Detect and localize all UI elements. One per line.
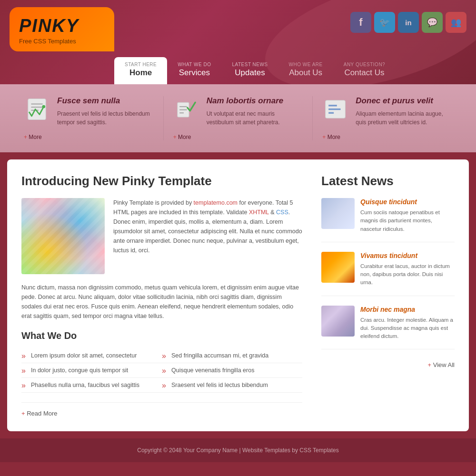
feature-3-title: Donec et purus velit — [356, 96, 452, 106]
feature-2-content: Nam lobortis ornare Ut volutpat erat nec… — [173, 96, 303, 127]
news-title-1[interactable]: Quisque tincidunt — [360, 198, 455, 206]
news-thumb-3 — [321, 306, 355, 337]
logo-title: PINKY — [19, 16, 101, 36]
intro-text-block: Pinky Template is provided by templatemo… — [113, 198, 302, 274]
nav-services[interactable]: WHAT WE DO Services — [167, 57, 221, 84]
amp-text: & — [269, 209, 276, 216]
feature-2-title: Nam lobortis ornare — [207, 96, 303, 106]
read-more-button[interactable]: Read More — [21, 402, 302, 417]
feature-2: Nam lobortis ornare Ut volutpat erat nec… — [164, 96, 313, 140]
wwd-item: Sed fringilla accumsan mi, et gravida — [162, 348, 302, 363]
main-left: Introducing New Pinky Template Pinky Tem… — [21, 174, 302, 417]
header-top: PINKY Free CSS Templates f 🐦 in 💬 👥 — [10, 7, 466, 51]
wwd-heading: What We Do — [21, 330, 302, 341]
feature-3-body: Aliquam elementum lacinia augue, quis pr… — [356, 109, 452, 127]
feature-1-title: Fusce sem nulla — [57, 96, 154, 106]
feature-3-icon — [322, 96, 348, 122]
news-item-2: Vivamus tincidunt Curabitur erat lacus, … — [321, 252, 455, 296]
news-text-3: Morbi nec magna Cras arcu. Integer moles… — [360, 306, 455, 341]
news-item-3: Morbi nec magna Cras arcu. Integer moles… — [321, 306, 455, 350]
feature-1-icon — [24, 96, 50, 122]
wwd-item: In dolor justo, congue quis tempor sit — [21, 363, 162, 378]
wwd-item: Quisque venenatis fringilla eros — [162, 363, 302, 378]
feature-2-icon — [173, 96, 199, 122]
what-we-do-section: What We Do Lorem ipsum dolor sit amet, c… — [21, 330, 302, 393]
people-icon[interactable]: 👥 — [446, 12, 466, 33]
news-text-1: Quisque tincidunt Cum sociis natoque pen… — [360, 198, 455, 233]
main-content: Introducing New Pinky Template Pinky Tem… — [7, 159, 469, 431]
feature-1-content: Fusce sem nulla Praesent vel felis id le… — [24, 96, 154, 127]
news-text-2: Vivamus tincidunt Curabitur erat lacus, … — [360, 252, 455, 287]
view-all-button[interactable]: View All — [321, 359, 455, 368]
intro-section: Pinky Template is provided by templatemo… — [21, 198, 302, 274]
feature-2-text: Nam lobortis ornare Ut volutpat erat nec… — [207, 96, 303, 127]
intro-p1-end: . Donec enim, imperdiet quis, mollis a, … — [113, 209, 302, 254]
footer-text: Copyright © 2048 Your Company Name | Web… — [137, 447, 339, 454]
message-icon[interactable]: 💬 — [422, 12, 443, 33]
intro-para2: Nunc dictum, massa non dignissim commodo… — [21, 283, 302, 321]
wwd-item: Phasellus nulla urna, faucibus vel sagit… — [21, 378, 162, 393]
intro-image — [21, 198, 105, 274]
feature-3-more[interactable]: More — [322, 134, 452, 140]
wwd-col-1: Lorem ipsum dolor sit amet, consectetur … — [21, 348, 162, 393]
news-body-1: Cum sociis natoque penatibus et magnis d… — [360, 208, 455, 233]
wwd-col-2: Sed fringilla accumsan mi, et gravida Qu… — [162, 348, 302, 393]
intro-link[interactable]: templatemo.com — [194, 199, 238, 206]
news-thumb-1 — [321, 198, 355, 229]
feature-3: Donec et purus velit Aliquam elementum l… — [313, 96, 462, 140]
feature-3-text: Donec et purus velit Aliquam elementum l… — [356, 96, 452, 127]
feature-1-text: Fusce sem nulla Praesent vel felis id le… — [57, 96, 154, 127]
features-strip: Fusce sem nulla Praesent vel felis id le… — [0, 84, 476, 152]
logo-subtitle: Free CSS Templates — [19, 38, 101, 45]
main-right: Latest News Quisque tincidunt Cum sociis… — [321, 174, 455, 417]
news-body-3: Cras arcu. Integer molestie. Aliquam a d… — [360, 316, 455, 341]
nav-updates[interactable]: LATEST NEWS Updates — [221, 57, 278, 84]
linkedin-icon[interactable]: in — [398, 12, 419, 33]
svg-rect-0 — [28, 99, 46, 120]
twitter-icon[interactable]: 🐦 — [374, 12, 395, 33]
news-body-2: Curabitur erat lacus, auctor in dictum n… — [360, 262, 455, 287]
facebook-icon[interactable]: f — [350, 12, 371, 33]
news-item-1: Quisque tincidunt Cum sociis natoque pen… — [321, 198, 455, 242]
news-title-3[interactable]: Morbi nec magna — [360, 306, 455, 313]
feature-2-more[interactable]: More — [173, 134, 303, 140]
social-icons-bar: f 🐦 in 💬 👥 — [350, 7, 466, 33]
footer: Copyright © 2048 Your Company Name | Web… — [0, 438, 476, 462]
main-nav: START HERE Home WHAT WE DO Services LATE… — [10, 57, 466, 84]
news-heading: Latest News — [321, 174, 455, 188]
feature-2-body: Ut volutpat erat nec mauris vestibulum s… — [207, 109, 303, 127]
news-title-2[interactable]: Vivamus tincidunt — [360, 252, 455, 259]
feature-1: Fusce sem nulla Praesent vel felis id le… — [14, 96, 164, 140]
feature-1-body: Praesent vel felis id lectus bibendum te… — [57, 109, 154, 127]
logo-box: PINKY Free CSS Templates — [10, 7, 114, 51]
intro-before-link: Pinky Template is provided by — [113, 199, 194, 206]
css-text: CSS — [276, 209, 288, 216]
wwd-item: Lorem ipsum dolor sit amet, consectetur — [21, 348, 162, 363]
feature-1-more[interactable]: More — [24, 134, 154, 140]
news-thumb-2 — [321, 252, 355, 283]
nav-about[interactable]: WHO WE ARE About Us — [278, 57, 333, 84]
nav-contact[interactable]: ANY QUESTION? Contact Us — [333, 57, 396, 84]
xhtml-text: XHTML — [249, 209, 269, 216]
header: PINKY Free CSS Templates f 🐦 in 💬 👥 STAR… — [0, 0, 476, 84]
wwd-list: Lorem ipsum dolor sit amet, consectetur … — [21, 348, 302, 393]
wwd-item: Sraesent vel felis id lectus bibendum — [162, 378, 302, 393]
svg-point-4 — [42, 105, 46, 109]
main-heading: Introducing New Pinky Template — [21, 174, 302, 188]
feature-3-content: Donec et purus velit Aliquam elementum l… — [322, 96, 452, 127]
nav-home[interactable]: START HERE Home — [114, 57, 167, 84]
